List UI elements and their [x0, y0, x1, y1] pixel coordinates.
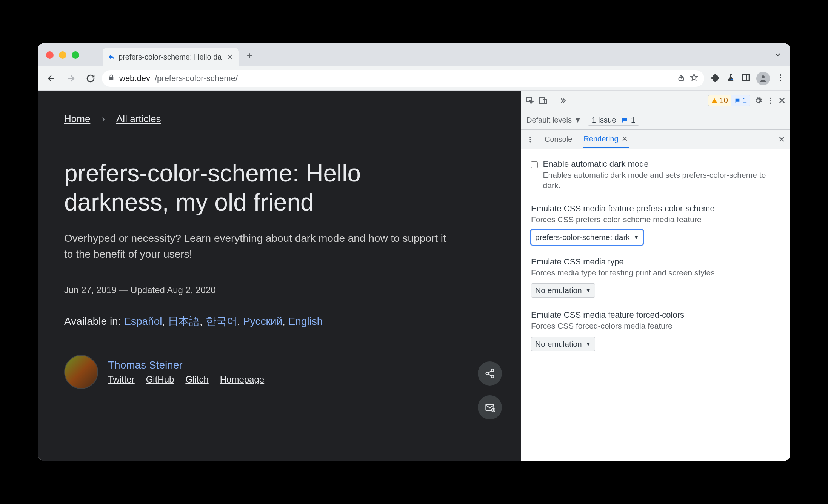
issue-bubble-icon	[621, 117, 628, 124]
device-toggle-icon[interactable]	[539, 96, 548, 105]
author-glitch[interactable]: Glitch	[185, 374, 208, 385]
url-path: /prefers-color-scheme/	[155, 74, 238, 83]
close-icon[interactable]: ✕	[622, 134, 628, 143]
svg-point-9	[486, 372, 489, 375]
browser-toolbar: web.dev/prefers-color-scheme/	[38, 66, 790, 91]
svg-line-11	[488, 371, 491, 373]
share-icon[interactable]	[677, 73, 685, 84]
drawer-kebab-icon[interactable]	[526, 136, 534, 143]
svg-rect-2	[742, 75, 749, 81]
section-desc: Enables automatic dark mode and sets pre…	[543, 170, 780, 191]
forward-button[interactable]	[63, 70, 79, 87]
author-links: Twitter GitHub Glitch Homepage	[108, 374, 264, 385]
content-area: Home › All articles prefers-color-scheme…	[38, 91, 790, 461]
tab-rendering[interactable]: Rendering✕	[583, 131, 628, 148]
section-title: Enable automatic dark mode	[543, 159, 780, 169]
svg-point-6	[780, 77, 781, 78]
svg-point-10	[491, 375, 494, 378]
site-favicon-icon	[108, 54, 115, 60]
svg-rect-16	[540, 98, 544, 104]
subscribe-fab-button[interactable]	[478, 395, 502, 419]
inspect-element-icon[interactable]	[526, 96, 535, 105]
author-name[interactable]: Thomas Steiner	[108, 359, 264, 371]
flask-icon[interactable]	[726, 73, 735, 84]
enable-dark-mode-checkbox[interactable]	[531, 161, 538, 168]
url-domain: web.dev	[119, 74, 150, 83]
panel-icon[interactable]	[741, 73, 750, 84]
tabs-dropdown-button[interactable]	[774, 51, 782, 60]
svg-rect-17	[543, 99, 546, 104]
profile-avatar-button[interactable]	[756, 72, 770, 85]
svg-point-19	[770, 100, 771, 101]
web-page: Home › All articles prefers-color-scheme…	[38, 91, 521, 461]
maximize-window-button[interactable]	[72, 51, 79, 59]
window-controls	[46, 51, 79, 59]
minimize-window-button[interactable]	[59, 51, 66, 59]
devtools-drawer-tabs: Console Rendering✕ ✕	[521, 130, 790, 149]
svg-point-22	[529, 139, 531, 140]
page-title: prefers-color-scheme: Hello darkness, my…	[64, 159, 404, 217]
devtools-kebab-icon[interactable]	[766, 97, 774, 105]
lang-ja[interactable]: 日本語	[168, 315, 200, 327]
page-subtitle: Overhyped or necessity? Learn everything…	[64, 230, 449, 262]
section-media-type: Emulate CSS media type Forces media type…	[521, 253, 790, 306]
more-tabs-icon[interactable]	[560, 97, 568, 105]
warnings-badge[interactable]: 10	[708, 95, 731, 106]
prefers-color-scheme-select[interactable]: prefers-color-scheme: dark▼	[531, 230, 643, 244]
back-button[interactable]	[43, 70, 60, 87]
langs-prefix: Available in:	[64, 315, 124, 327]
breadcrumb: Home › All articles	[64, 113, 494, 125]
lang-ru[interactable]: Русский	[243, 315, 282, 327]
lang-en[interactable]: English	[288, 315, 323, 327]
author-twitter[interactable]: Twitter	[108, 374, 135, 385]
share-fab-button[interactable]	[478, 361, 502, 386]
chevron-right-icon: ›	[102, 113, 105, 125]
section-desc: Forces media type for testing print and …	[531, 267, 780, 278]
reload-button[interactable]	[82, 70, 99, 87]
section-title: Emulate CSS media feature forced-colors	[531, 310, 780, 320]
issues-badge[interactable]: 1 Issue: 1	[588, 115, 639, 126]
section-desc: Forces CSS forced-colors media feature	[531, 321, 780, 331]
section-title: Emulate CSS media feature prefers-color-…	[531, 204, 780, 214]
browser-tab[interactable]: prefers-color-scheme: Hello da ✕	[103, 48, 239, 66]
svg-point-1	[731, 79, 733, 80]
section-prefers-color-scheme: Emulate CSS media feature prefers-color-…	[521, 200, 790, 253]
tab-strip: prefers-color-scheme: Hello da ✕ +	[38, 43, 790, 66]
settings-gear-icon[interactable]	[754, 97, 762, 105]
breadcrumb-all-articles[interactable]: All articles	[116, 113, 161, 125]
media-type-select[interactable]: No emulation▼	[531, 283, 595, 298]
devtools-close-icon[interactable]: ✕	[778, 95, 786, 106]
chrome-window: prefers-color-scheme: Hello da ✕ + web.d…	[38, 43, 790, 461]
lang-ko[interactable]: 한국어	[206, 315, 237, 327]
section-dark-mode: Enable automatic dark mode Enables autom…	[521, 155, 790, 200]
lang-es[interactable]: Español	[124, 315, 162, 327]
page-date: Jun 27, 2019 — Updated Aug 2, 2020	[64, 285, 494, 295]
breadcrumb-home[interactable]: Home	[64, 113, 90, 125]
tab-console[interactable]: Console	[544, 131, 573, 148]
bookmark-star-icon[interactable]	[690, 73, 698, 84]
info-badge[interactable]: 1	[731, 95, 750, 106]
svg-point-4	[762, 75, 765, 78]
svg-point-7	[780, 80, 781, 81]
available-languages: Available in: Español, 日本語, 한국어, Русский…	[64, 314, 494, 329]
console-counts[interactable]: 10 1	[708, 95, 750, 106]
author-avatar	[64, 355, 98, 389]
svg-point-23	[529, 141, 531, 142]
close-window-button[interactable]	[46, 51, 54, 59]
author-homepage[interactable]: Homepage	[220, 374, 264, 385]
author-block: Thomas Steiner Twitter GitHub Glitch Hom…	[64, 355, 494, 389]
new-tab-button[interactable]: +	[244, 50, 256, 62]
drawer-close-icon[interactable]: ✕	[778, 135, 785, 144]
log-levels-dropdown[interactable]: Default levels ▼	[526, 116, 582, 124]
extensions-icon[interactable]	[711, 73, 720, 84]
rendering-panel: Enable automatic dark mode Enables autom…	[521, 149, 790, 461]
address-bar[interactable]: web.dev/prefers-color-scheme/	[102, 70, 704, 87]
section-desc: Forces CSS prefers-color-scheme media fe…	[531, 214, 780, 225]
devtools-main-toolbar: 10 1 ✕	[521, 91, 790, 111]
tab-title: prefers-color-scheme: Hello da	[119, 53, 223, 61]
author-github[interactable]: GitHub	[146, 374, 174, 385]
kebab-menu-icon[interactable]	[776, 73, 785, 84]
close-tab-button[interactable]: ✕	[227, 52, 233, 61]
forced-colors-select[interactable]: No emulation▼	[531, 337, 595, 351]
extension-icons	[711, 72, 785, 85]
